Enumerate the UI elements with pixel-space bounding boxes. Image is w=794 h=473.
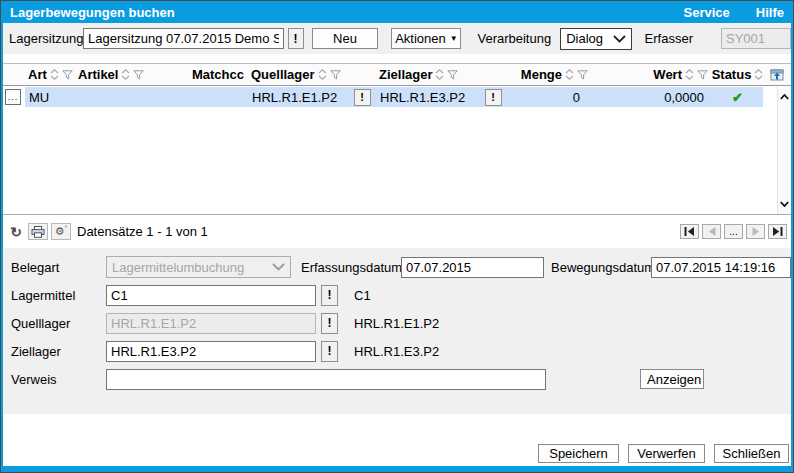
erfasser-label: Erfasser [645, 31, 693, 46]
previous-page-icon [708, 227, 716, 236]
chevron-down-icon [613, 35, 626, 43]
refresh-button[interactable]: ↻ [7, 223, 25, 240]
cell-ziellager: HRL.R1.E3.P2 [376, 87, 479, 107]
cell-wert: 0,0000 [592, 87, 712, 107]
menu-service[interactable]: Service [684, 5, 730, 20]
gear-icon: ⚙ [55, 225, 65, 238]
erfassungsdatum-label: Erfassungsdatum [301, 260, 396, 275]
sort-icon [318, 69, 327, 80]
last-page-button[interactable] [768, 224, 787, 239]
speichern-button[interactable]: Speichern [538, 444, 619, 463]
titlebar: Lagerbewegungen buchen Service Hilfe [1, 1, 793, 23]
row-expand-button[interactable]: ... [5, 89, 21, 105]
neu-button[interactable]: Neu [312, 28, 379, 49]
anzeigen-button[interactable]: Anzeigen [640, 369, 704, 389]
belegart-select: Lagermittelumbuchung [106, 256, 291, 278]
bewegungsdatum-input[interactable] [651, 257, 791, 278]
table-footer: ↻ ⚙ ° Datensätze 1 - 1 von 1 [3, 214, 791, 248]
previous-page-button[interactable] [702, 224, 721, 239]
sort-icon [121, 69, 130, 80]
vertical-scrollbar[interactable] [777, 87, 791, 214]
cell-quelllager: HRL.R1.E1.P2 [248, 87, 348, 107]
sort-icon [685, 69, 694, 80]
menu-hilfe[interactable]: Hilfe [756, 5, 784, 20]
page-ellipsis-button[interactable]: ... [724, 224, 743, 239]
verarbeitung-value: Dialog [566, 31, 603, 46]
sort-icon [435, 69, 444, 80]
form-row-belegart: Belegart Lagermittelumbuchung Erfassungs… [11, 256, 791, 278]
filter-icon[interactable] [62, 70, 73, 80]
filter-icon[interactable] [697, 70, 708, 80]
verwerfen-button[interactable]: Verwerfen [628, 444, 705, 463]
lagersitzung-input[interactable] [83, 28, 284, 49]
last-page-icon [772, 227, 783, 236]
refresh-icon: ↻ [10, 224, 22, 240]
pagination: ... [680, 224, 787, 239]
column-wert[interactable]: Wert [592, 64, 712, 85]
lagermittel-display: C1 [354, 288, 371, 303]
erfassungsdatum-input[interactable] [401, 257, 544, 278]
verarbeitung-select[interactable]: Dialog [560, 28, 631, 50]
verarbeitung-label: Verarbeitung [477, 31, 551, 46]
column-menge[interactable]: Menge [507, 64, 592, 85]
window-frame-left [1, 1, 3, 472]
action-bar: Speichern Verwerfen Schließen [538, 444, 789, 463]
table-body: ... MU HRL.R1.E1.P2 ! HRL.R1.E3.P2 ! 0 0… [3, 87, 791, 214]
form-row-ziellager: Ziellager ! HRL.R1.E3.P2 [11, 340, 791, 362]
lagersitzung-lookup-button[interactable]: ! [288, 28, 304, 49]
window-frame-right [791, 1, 793, 472]
ziellager-label: Ziellager [11, 344, 106, 359]
verweis-label: Verweis [11, 372, 106, 387]
print-button[interactable] [28, 223, 48, 240]
sort-icon [50, 69, 59, 80]
settings-button[interactable]: ⚙ ° [51, 223, 71, 240]
column-artikel[interactable]: Artikel [75, 64, 163, 85]
cell-artikel [75, 87, 163, 107]
row-opener-cell: ... [3, 87, 25, 107]
column-matchcode[interactable]: Matchcc [163, 64, 248, 85]
app-window: Lagerbewegungen buchen Service Hilfe Lag… [0, 0, 794, 473]
quelllager-display: HRL.R1.E1.P2 [354, 316, 439, 331]
column-chooser-icon [770, 69, 784, 81]
column-ziellager[interactable]: Ziellager [376, 64, 479, 85]
verweis-input[interactable] [106, 369, 546, 390]
form-row-verweis: Verweis Anzeigen [11, 368, 791, 390]
column-quelllager[interactable]: Quelllager [248, 64, 348, 85]
table-header: Art Artikel Matchcc Quelllager [3, 63, 791, 86]
cell-art: MU [25, 87, 75, 107]
lagermittel-lookup-button[interactable]: ! [321, 285, 338, 306]
column-opener [3, 64, 25, 85]
ziellager-row-lookup-button[interactable]: ! [485, 89, 502, 106]
table-row[interactable]: ... MU HRL.R1.E1.P2 ! HRL.R1.E3.P2 ! 0 0… [3, 87, 763, 107]
filter-icon[interactable] [133, 70, 144, 80]
filter-icon[interactable] [447, 70, 458, 80]
quelllager-lookup-button[interactable]: ! [321, 313, 338, 334]
column-status[interactable]: Status [712, 64, 763, 85]
next-page-button[interactable] [746, 224, 765, 239]
toolbar: Lagersitzung ! Neu Aktionen ▼ Verarbeitu… [3, 23, 791, 54]
printer-icon [31, 226, 45, 238]
filter-icon[interactable] [577, 70, 588, 80]
caret-down-icon: ▼ [450, 35, 458, 43]
records-count: Datensätze 1 - 1 von 1 [77, 224, 208, 239]
lagermittel-label: Lagermittel [11, 288, 106, 303]
column-art[interactable]: Art [25, 64, 75, 85]
column-chooser-button[interactable] [763, 64, 791, 85]
bewegungsdatum-label: Bewegungsdatum [551, 260, 646, 275]
chevron-down-icon [272, 263, 285, 271]
belegart-label: Belegart [11, 260, 106, 275]
form-row-lagermittel: Lagermittel ! C1 [11, 284, 791, 306]
next-page-icon [752, 227, 760, 236]
scroll-down-icon[interactable] [778, 197, 792, 211]
first-page-button[interactable] [680, 224, 699, 239]
schliessen-button[interactable]: Schließen [714, 444, 789, 463]
lagermittel-input[interactable] [106, 285, 316, 306]
quelllager-row-lookup-button[interactable]: ! [354, 89, 371, 106]
ziellager-lookup-button[interactable]: ! [321, 341, 338, 362]
ziellager-display: HRL.R1.E3.P2 [354, 344, 439, 359]
ziellager-input[interactable] [106, 341, 316, 362]
erfasser-input [721, 28, 791, 49]
filter-icon[interactable] [330, 70, 341, 80]
scroll-up-icon[interactable] [778, 90, 792, 104]
aktionen-button[interactable]: Aktionen ▼ [391, 28, 461, 49]
